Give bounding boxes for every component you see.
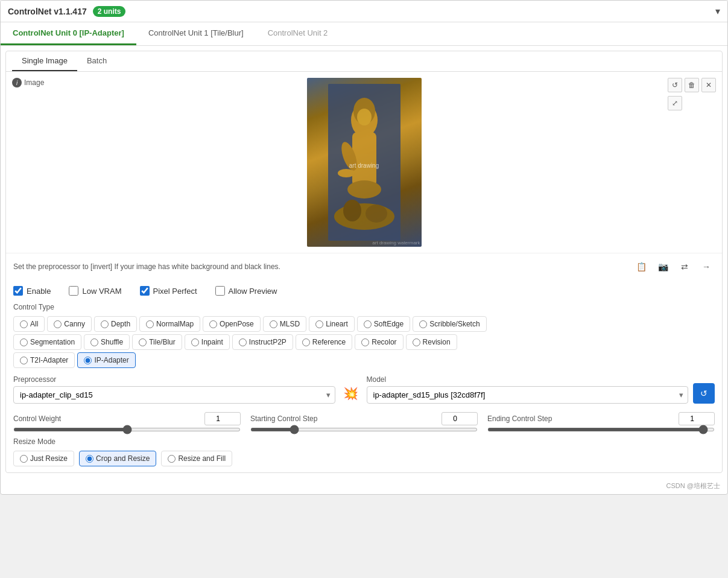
- fullscreen-button[interactable]: ⤢: [668, 96, 682, 110]
- radio-reference[interactable]: Reference: [296, 334, 352, 350]
- starting-step-group: Starting Control Step: [250, 412, 478, 431]
- enable-checkbox[interactable]: [13, 286, 23, 296]
- starting-step-input[interactable]: [442, 412, 478, 425]
- resize-mode-section: Resize Mode Just Resize Crop and Resize …: [13, 437, 715, 466]
- image-controls-bottom: ⤢: [668, 96, 716, 110]
- radio-recolor[interactable]: Recolor: [355, 334, 403, 350]
- radio-softedge[interactable]: SoftEdge: [357, 316, 410, 332]
- starting-step-label: Starting Control Step: [250, 414, 317, 423]
- low-vram-label: Low VRAM: [82, 287, 121, 296]
- model-select[interactable]: ip-adapter_sd15_plus [32cd8f7f]: [367, 386, 689, 404]
- info-icon: i: [12, 78, 22, 87]
- preprocessor-group: Preprocessor ip-adapter_clip_sd15 ▾: [13, 375, 335, 404]
- sub-tabs: Single Image Batch: [6, 51, 722, 72]
- image-label: i Image: [12, 78, 44, 87]
- rotate-button[interactable]: ↺: [668, 78, 682, 92]
- enable-checkbox-item: Enable: [13, 286, 51, 296]
- control-weight-header: Control Weight: [13, 412, 241, 425]
- ending-step-slider[interactable]: [487, 428, 715, 431]
- footer-watermark: CSDN @培根艺士: [1, 478, 727, 494]
- allow-preview-checkbox-item: Allow Preview: [215, 286, 277, 296]
- radio-canny[interactable]: Canny: [47, 316, 92, 332]
- pixel-perfect-checkbox-item: Pixel Perfect: [140, 286, 197, 296]
- info-text: Set the preprocessor to [invert] If your…: [13, 262, 280, 271]
- preprocessor-label: Preprocessor: [13, 375, 335, 384]
- main-panel: Single Image Batch i Image: [5, 51, 723, 473]
- svg-point-10: [357, 109, 372, 125]
- radio-segmentation[interactable]: Segmentation: [13, 334, 81, 350]
- ending-step-header: Ending Control Step: [487, 412, 715, 425]
- control-type-row3: T2I-Adapter IP-Adapter: [13, 352, 715, 368]
- resize-mode-label: Resize Mode: [13, 437, 715, 446]
- action-icons: 📋 📷 ⇄ →: [633, 258, 715, 275]
- ending-step-input[interactable]: [679, 412, 715, 425]
- radio-mlsd[interactable]: MLSD: [263, 316, 306, 332]
- allow-preview-checkbox[interactable]: [215, 286, 225, 296]
- camera-icon[interactable]: 📷: [654, 258, 671, 275]
- fire-button[interactable]: 💥: [340, 383, 362, 404]
- ending-step-group: Ending Control Step: [487, 412, 715, 431]
- radio-just-resize[interactable]: Just Resize: [13, 451, 74, 466]
- control-weight-input[interactable]: [204, 412, 241, 425]
- trash-button[interactable]: 🗑: [685, 78, 699, 92]
- radio-instructp2p[interactable]: InstructP2P: [232, 334, 293, 350]
- model-group: Model ip-adapter_sd15_plus [32cd8f7f] ▾: [367, 375, 689, 404]
- radio-shuffle[interactable]: Shuffle: [84, 334, 130, 350]
- low-vram-checkbox-item: Low VRAM: [69, 286, 121, 296]
- refresh-model-button[interactable]: ↺: [693, 383, 715, 404]
- model-select-wrapper: ip-adapter_sd15_plus [32cd8f7f] ▾: [367, 386, 689, 404]
- control-type-row1: All Canny Depth NormalMap OpenPose MLSD: [13, 316, 715, 332]
- info-section: Set the preprocessor to [invert] If your…: [6, 253, 722, 280]
- radio-inpaint[interactable]: Inpaint: [185, 334, 230, 350]
- enable-label: Enable: [27, 287, 51, 296]
- starting-step-slider[interactable]: [250, 428, 478, 431]
- sub-tab-batch[interactable]: Batch: [77, 51, 116, 71]
- watermark-text: CSDN @培根艺士: [666, 482, 720, 489]
- tab-unit0[interactable]: ControlNet Unit 0 [IP-Adapter]: [1, 22, 136, 45]
- header-left: ControlNet v1.1.417 2 units: [8, 6, 125, 17]
- tab-unit1[interactable]: ControlNet Unit 1 [Tile/Blur]: [136, 22, 256, 45]
- pixel-perfect-checkbox[interactable]: [140, 286, 150, 296]
- allow-preview-label: Allow Preview: [229, 287, 277, 296]
- chevron-down-icon[interactable]: ▾: [715, 5, 720, 17]
- document-icon[interactable]: 📋: [633, 258, 650, 275]
- image-upload-area[interactable]: i Image: [6, 72, 722, 253]
- radio-resize-and-fill[interactable]: Resize and Fill: [161, 451, 232, 466]
- radio-tile-blur[interactable]: Tile/Blur: [132, 334, 182, 350]
- radio-revision[interactable]: Revision: [406, 334, 457, 350]
- tab-unit2[interactable]: ControlNet Unit 2: [256, 22, 340, 45]
- radio-t2i-adapter[interactable]: T2I-Adapter: [13, 352, 75, 368]
- preprocessor-select[interactable]: ip-adapter_clip_sd15: [13, 386, 335, 404]
- arrow-right-icon[interactable]: →: [698, 258, 715, 275]
- ending-step-label: Ending Control Step: [487, 414, 552, 423]
- low-vram-checkbox[interactable]: [69, 286, 78, 296]
- image-controls-top: ↺ 🗑 ✕: [668, 78, 716, 92]
- sliders-row: Control Weight Starting Control Step: [13, 412, 715, 431]
- radio-crop-and-resize[interactable]: Crop and Resize: [79, 451, 156, 466]
- radio-all[interactable]: All: [13, 316, 45, 332]
- radio-normalmap[interactable]: NormalMap: [139, 316, 200, 332]
- controls-section: Enable Low VRAM Pixel Perfect Allow Prev…: [6, 280, 722, 472]
- radio-openpose[interactable]: OpenPose: [203, 316, 261, 332]
- preprocessor-select-wrapper: ip-adapter_clip_sd15 ▾: [13, 386, 335, 404]
- resize-radio-row: Just Resize Crop and Resize Resize and F…: [13, 451, 715, 466]
- close-button[interactable]: ✕: [701, 78, 716, 92]
- radio-scribble[interactable]: Scribble/Sketch: [413, 316, 486, 332]
- pixel-perfect-label: Pixel Perfect: [153, 287, 197, 296]
- checkbox-row: Enable Low VRAM Pixel Perfect Allow Prev…: [13, 286, 715, 296]
- image-controls: ↺ 🗑 ✕ ⤢: [668, 78, 716, 110]
- starting-step-header: Starting Control Step: [250, 412, 478, 425]
- swap-icon[interactable]: ⇄: [676, 258, 693, 275]
- image-label-text: Image: [24, 78, 44, 87]
- radio-lineart[interactable]: Lineart: [309, 316, 355, 332]
- sub-tab-single-image[interactable]: Single Image: [12, 51, 77, 71]
- control-weight-slider[interactable]: [13, 428, 241, 431]
- control-type-label: Control Type: [13, 303, 715, 311]
- radio-ip-adapter[interactable]: IP-Adapter: [77, 352, 135, 368]
- control-weight-group: Control Weight: [13, 412, 241, 431]
- control-weight-label: Control Weight: [13, 414, 61, 423]
- preprocessor-model-row: Preprocessor ip-adapter_clip_sd15 ▾ 💥 Mo…: [13, 375, 715, 404]
- image-hint: art drawing: [349, 162, 379, 242]
- radio-depth[interactable]: Depth: [94, 316, 137, 332]
- main-tabs: ControlNet Unit 0 [IP-Adapter] ControlNe…: [1, 22, 727, 46]
